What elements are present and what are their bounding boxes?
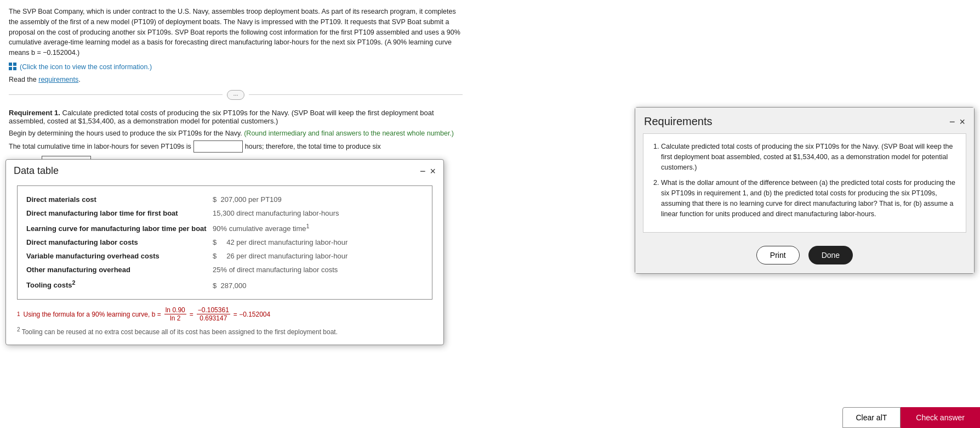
requirements-modal: Requirements − × Calculate predicted tot… (635, 107, 975, 178)
round-note: (Round intermediary and final answers to… (244, 129, 454, 137)
divider-line-left (9, 94, 223, 95)
svg-rect-1 (13, 63, 16, 66)
divider-button[interactable]: ··· (227, 90, 244, 100)
main-content: The SVP Boat Company, which is under con… (0, 0, 471, 178)
data-table-title: Data table (14, 165, 59, 177)
requirement1-heading: Requirement 1. Calculate predicted total… (9, 109, 463, 125)
cost-info-link[interactable]: (Click the icon to view the cost informa… (9, 63, 152, 71)
inline1-before: The total cumulative time in labor-hours… (9, 143, 191, 150)
begin-text: Begin by determining the hours used to p… (9, 129, 463, 137)
requirements-controls: − × (949, 117, 965, 127)
divider-line-right (249, 94, 463, 95)
intro-paragraph: The SVP Boat Company, which is under con… (9, 7, 463, 58)
svg-rect-3 (13, 67, 16, 70)
seven-pt109s-input[interactable] (193, 140, 243, 153)
requirements-header: Requirements − × (635, 108, 974, 133)
data-table-modal: Data table − × Direct materials cost $ 2… (5, 159, 444, 178)
inline1-after: hours; therefore, the total time to prod… (245, 143, 381, 150)
read-requirements-line: Read the requirements. (9, 76, 463, 83)
data-table-minimize[interactable]: − (420, 166, 426, 176)
data-table-close[interactable]: × (430, 166, 436, 176)
svg-rect-2 (9, 67, 12, 70)
grid-icon (9, 63, 18, 71)
list-item: Calculate predicted total costs of produ… (661, 142, 958, 172)
requirements-minimize[interactable]: − (949, 117, 955, 127)
divider: ··· (9, 90, 463, 100)
requirements-list: Calculate predicted total costs of produ… (651, 142, 958, 178)
requirements-link[interactable]: requirements (38, 76, 78, 83)
data-table-header: Data table − × (6, 160, 443, 178)
svg-rect-0 (9, 63, 12, 66)
requirements-content: Calculate predicted total costs of produ… (643, 133, 966, 178)
requirements-title: Requirements (644, 115, 713, 128)
data-table-controls: − × (420, 166, 436, 176)
cost-info-text: (Click the icon to view the cost informa… (20, 63, 152, 71)
requirements-close[interactable]: × (959, 117, 965, 127)
inline-answer-1: The total cumulative time in labor-hours… (9, 140, 463, 153)
